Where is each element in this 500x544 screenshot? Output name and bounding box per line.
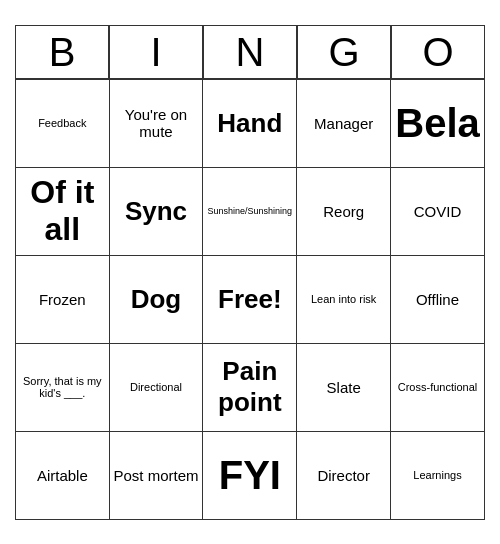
cell-4-0: Airtable xyxy=(16,431,110,519)
cell-0-3: Manager xyxy=(297,79,391,167)
bingo-grid: FeedbackYou're on muteHandManagerBelaOf … xyxy=(15,79,485,520)
cell-3-4: Cross-functional xyxy=(391,343,485,431)
cell-1-2: Sunshine/Sunshining xyxy=(203,167,297,255)
cell-0-2: Hand xyxy=(203,79,297,167)
cell-2-0: Frozen xyxy=(16,255,110,343)
cell-0-0: Feedback xyxy=(16,79,110,167)
cell-2-1: Dog xyxy=(109,255,203,343)
cell-3-3: Slate xyxy=(297,343,391,431)
cell-4-1: Post mortem xyxy=(109,431,203,519)
cell-3-1: Directional xyxy=(109,343,203,431)
bingo-header: B I N G O xyxy=(15,25,485,79)
header-o: O xyxy=(391,25,485,79)
cell-1-0: Of it all xyxy=(16,167,110,255)
cell-1-3: Reorg xyxy=(297,167,391,255)
header-n: N xyxy=(203,25,297,79)
cell-2-4: Offline xyxy=(391,255,485,343)
cell-0-4: Bela xyxy=(391,79,485,167)
header-i: I xyxy=(109,25,203,79)
cell-2-2: Free! xyxy=(203,255,297,343)
cell-0-1: You're on mute xyxy=(109,79,203,167)
cell-1-1: Sync xyxy=(109,167,203,255)
cell-4-4: Learnings xyxy=(391,431,485,519)
header-g: G xyxy=(297,25,391,79)
cell-2-3: Lean into risk xyxy=(297,255,391,343)
cell-4-2: FYI xyxy=(203,431,297,519)
header-b: B xyxy=(15,25,109,79)
cell-4-3: Director xyxy=(297,431,391,519)
cell-3-2: Pain point xyxy=(203,343,297,431)
cell-1-4: COVID xyxy=(391,167,485,255)
cell-3-0: Sorry, that is my kid's ___. xyxy=(16,343,110,431)
